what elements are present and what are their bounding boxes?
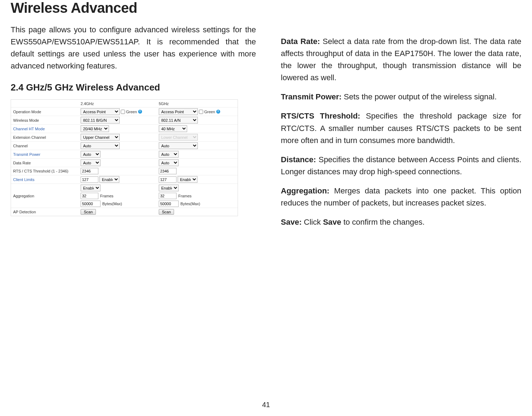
transmit-power-paragraph: Transmit Power: Sets the power output of…	[281, 91, 521, 103]
save-paragraph: Save: Click Save to confirm the changes.	[281, 216, 521, 228]
bytes-label: Bytes(Max)	[102, 202, 122, 206]
config-header-row: . 2.4GHz 5GHz	[11, 100, 238, 108]
data-rate-term: Data Rate:	[281, 37, 320, 46]
client-limits-24-input[interactable]	[81, 176, 98, 183]
agg-bytes-5-input[interactable]	[159, 201, 179, 207]
operation-mode-5-select[interactable]: Access Point	[159, 108, 198, 115]
distance-paragraph: Distance: Specifies the distance between…	[281, 154, 521, 178]
channel-ht-5-select[interactable]: 40 MHz	[159, 125, 187, 132]
col-5ghz-header: 5GHz	[159, 102, 237, 106]
aggregation-5-enable-select[interactable]: Enable	[159, 185, 179, 191]
row-aggregation-enable: Enable Enable	[11, 184, 238, 192]
section-heading: 2.4 GHz/5 GHz Wireless Advanced	[11, 82, 256, 93]
label-client-limits: Client Limits	[11, 177, 81, 182]
agg-frames-24-input[interactable]	[81, 193, 98, 199]
row-data-rate: Data Rate Auto Auto	[11, 159, 238, 167]
save-term: Save:	[281, 218, 302, 226]
rts-5-input[interactable]	[159, 168, 177, 174]
frames-label: Frames	[100, 194, 113, 198]
label-transmit-power: Transmit Power	[11, 152, 81, 157]
row-rts: RTS / CTS Threshold (1 - 2346)	[11, 167, 238, 175]
col-24ghz-header: 2.4GHz	[81, 102, 159, 106]
row-client-limits: Client Limits Enable Enable	[11, 175, 238, 184]
aggregation-term: Aggregation:	[281, 186, 330, 195]
channel-ht-24-select[interactable]: 20/40 MHz	[81, 125, 109, 132]
row-channel-ht: Channel HT Mode 20/40 MHz 40 MHz	[11, 125, 238, 133]
transmit-power-term: Transmit Power:	[281, 92, 342, 101]
label-rts: RTS / CTS Threshold (1 - 2346)	[11, 169, 81, 173]
client-limits-24-enable-select[interactable]: Enable	[99, 176, 119, 183]
client-limits-5-enable-select[interactable]: Enable	[178, 176, 197, 183]
aggregation-24-enable-select[interactable]: Enable	[81, 185, 101, 191]
operation-mode-24-select[interactable]: Access Point	[81, 108, 120, 115]
client-limits-5-input[interactable]	[159, 176, 177, 183]
label-extension-channel: Extension Channel	[11, 135, 81, 139]
agg-frames-5-input[interactable]	[159, 193, 177, 199]
row-ap-detection: AP Detection Scan Scan	[11, 208, 238, 216]
label-channel: Channel	[11, 144, 81, 148]
config-screenshot: . 2.4GHz 5GHz Operation Mode Access Poin…	[11, 99, 238, 216]
ext-channel-5-select: Lower Channel	[159, 134, 198, 141]
frames-label: Frames	[178, 194, 191, 198]
info-icon[interactable]	[138, 110, 142, 114]
label-channel-ht: Channel HT Mode	[11, 127, 81, 131]
wireless-mode-5-select[interactable]: 802.11 A/N	[159, 117, 198, 124]
green-5-checkbox[interactable]	[199, 110, 203, 114]
distance-term: Distance:	[281, 155, 316, 164]
row-transmit-power: Transmit Power Auto Auto	[11, 150, 238, 159]
bytes-label: Bytes(Max)	[180, 202, 200, 206]
label-aggregation: Aggregation	[11, 194, 81, 198]
info-icon[interactable]	[216, 110, 220, 114]
page-number: 41	[0, 401, 532, 409]
row-wireless-mode: Wireless Mode 802.11 B/G/N 802.11 A/N	[11, 116, 238, 125]
label-data-rate: Data Rate	[11, 161, 81, 165]
rts-term: RTS/CTS Threshold:	[281, 111, 360, 120]
row-aggregation-bytes: Bytes(Max) Bytes(Max)	[11, 200, 238, 208]
page-title: Wireless Advanced	[11, 0, 256, 16]
green-5-label: Green	[204, 110, 215, 114]
channel-5-select[interactable]: Auto	[159, 142, 198, 149]
row-channel: Channel Auto Auto	[11, 142, 238, 150]
ext-channel-24-select[interactable]: Upper Channel	[81, 134, 120, 141]
data-rate-paragraph: Data Rate: Select a data rate from the d…	[281, 35, 521, 84]
scan-5-button[interactable]: Scan	[159, 209, 174, 215]
scan-24-button[interactable]: Scan	[81, 209, 96, 215]
row-operation-mode: Operation Mode Access Point Green Access…	[11, 108, 238, 116]
data-rate-5-select[interactable]: Auto	[159, 159, 179, 166]
data-rate-24-select[interactable]: Auto	[81, 159, 101, 166]
intro-paragraph: This page allows you to configure advanc…	[11, 24, 256, 72]
label-ap-detection: AP Detection	[11, 210, 81, 214]
label-operation-mode: Operation Mode	[11, 110, 81, 114]
row-extension-channel: Extension Channel Upper Channel Lower Ch…	[11, 133, 238, 142]
agg-bytes-24-input[interactable]	[81, 201, 101, 207]
green-24-checkbox[interactable]	[121, 110, 125, 114]
rts-paragraph: RTS/CTS Threshold: Specifies the thresho…	[281, 110, 521, 146]
aggregation-paragraph: Aggregation: Merges data packets into on…	[281, 185, 521, 209]
green-24-label: Green	[126, 110, 137, 114]
wireless-mode-24-select[interactable]: 802.11 B/G/N	[81, 117, 120, 124]
channel-24-select[interactable]: Auto	[81, 142, 120, 149]
row-aggregation-frames: Aggregation Frames Frames	[11, 192, 238, 200]
transmit-power-24-select[interactable]: Auto	[81, 151, 101, 158]
label-wireless-mode: Wireless Mode	[11, 118, 81, 122]
transmit-power-5-select[interactable]: Auto	[159, 151, 179, 158]
rts-24-input[interactable]	[81, 168, 98, 174]
